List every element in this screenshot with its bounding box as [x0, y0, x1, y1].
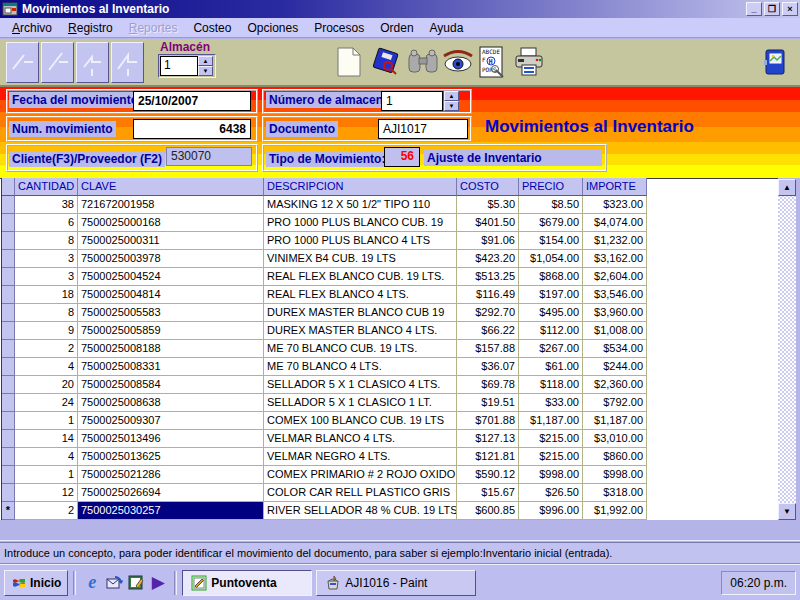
- cell-clave[interactable]: 7500025008584: [78, 376, 264, 394]
- exit-icon[interactable]: [762, 48, 792, 80]
- internet-explorer-icon[interactable]: e: [81, 572, 103, 594]
- start-button[interactable]: Inicio: [4, 570, 68, 596]
- nav-first-button[interactable]: [6, 42, 39, 83]
- row-selector[interactable]: [2, 322, 15, 340]
- cell-precio[interactable]: $215.00: [519, 430, 583, 448]
- cell-clave[interactable]: 7500025005583: [78, 304, 264, 322]
- row-selector[interactable]: [2, 448, 15, 466]
- cell-descripcion[interactable]: REAL FLEX BLANCO CUB. 19 LTS.: [264, 268, 457, 286]
- cell-costo[interactable]: $91.06: [457, 232, 519, 250]
- print-icon[interactable]: [512, 46, 542, 78]
- cell-importe[interactable]: $3,960.00: [583, 304, 647, 322]
- table-row[interactable]: 38721672001958MASKING 12 X 50 1/2" TIPO …: [2, 196, 648, 214]
- cell-costo[interactable]: $401.50: [457, 214, 519, 232]
- menu-item-orden[interactable]: Orden: [372, 19, 421, 37]
- cell-importe[interactable]: $792.00: [583, 394, 647, 412]
- cell-descripcion[interactable]: RIVER SELLADOR 48 % CUB. 19 LTS.: [264, 502, 457, 520]
- row-selector[interactable]: [2, 340, 15, 358]
- cell-costo[interactable]: $66.22: [457, 322, 519, 340]
- cell-clave[interactable]: 7500025000311: [78, 232, 264, 250]
- cell-clave[interactable]: 7500025005859: [78, 322, 264, 340]
- cell-descripcion[interactable]: COMEX 100 BLANCO CUB. 19 LTS: [264, 412, 457, 430]
- cell-cantidad[interactable]: 4: [15, 358, 78, 376]
- menu-item-registro[interactable]: Registro: [60, 19, 121, 37]
- row-selector[interactable]: [2, 358, 15, 376]
- cell-precio[interactable]: $679.00: [519, 214, 583, 232]
- cell-clave[interactable]: 7500025003978: [78, 250, 264, 268]
- cell-importe[interactable]: $1,187.00: [583, 412, 647, 430]
- nav-prev-button[interactable]: [41, 42, 74, 83]
- table-row[interactable]: 87500025000311PRO 1000 PLUS BLANCO 4 LTS…: [2, 232, 648, 250]
- table-row[interactable]: *27500025030257RIVER SELLADOR 48 % CUB. …: [2, 502, 648, 520]
- row-selector[interactable]: [2, 286, 15, 304]
- scroll-down-icon[interactable]: ▼: [778, 503, 796, 520]
- numero-almacen-input[interactable]: 1: [381, 91, 443, 111]
- cell-descripcion[interactable]: ME 70 BLANCO CUB. 19 LTS.: [264, 340, 457, 358]
- cell-clave[interactable]: 7500025013625: [78, 448, 264, 466]
- cell-precio[interactable]: $154.00: [519, 232, 583, 250]
- table-row[interactable]: 37500025004524REAL FLEX BLANCO CUB. 19 L…: [2, 268, 648, 286]
- cell-cantidad[interactable]: 12: [15, 484, 78, 502]
- table-row[interactable]: 97500025005859DUREX MASTER BLANCO 4 LTS.…: [2, 322, 648, 340]
- cell-descripcion[interactable]: VINIMEX B4 CUB. 19 LTS: [264, 250, 457, 268]
- cell-importe[interactable]: $1,008.00: [583, 322, 647, 340]
- cell-precio[interactable]: $61.00: [519, 358, 583, 376]
- cell-precio[interactable]: $1,054.00: [519, 250, 583, 268]
- header-clave[interactable]: CLAVE: [78, 178, 264, 196]
- cell-precio[interactable]: $118.00: [519, 376, 583, 394]
- cell-cantidad[interactable]: 2: [15, 502, 78, 520]
- fecha-input[interactable]: 25/10/2007: [133, 91, 251, 111]
- menu-item-opciones[interactable]: Opciones: [239, 19, 306, 37]
- cell-costo[interactable]: $19.51: [457, 394, 519, 412]
- cell-clave[interactable]: 7500025026694: [78, 484, 264, 502]
- cell-descripcion[interactable]: VELMAR BLANCO 4 LTS.: [264, 430, 457, 448]
- cell-cantidad[interactable]: 3: [15, 250, 78, 268]
- nav-last-button[interactable]: [111, 42, 144, 83]
- table-row[interactable]: 47500025013625VELMAR NEGRO 4 LTS.$121.81…: [2, 448, 648, 466]
- cell-cantidad[interactable]: 8: [15, 232, 78, 250]
- cell-precio[interactable]: $197.00: [519, 286, 583, 304]
- cell-precio[interactable]: $112.00: [519, 322, 583, 340]
- cell-precio[interactable]: $495.00: [519, 304, 583, 322]
- restore-button[interactable]: ❐: [764, 2, 780, 16]
- documento-input[interactable]: AJI1017: [378, 119, 468, 139]
- cell-importe[interactable]: $2,360.00: [583, 376, 647, 394]
- cell-clave[interactable]: 7500025030257: [78, 502, 264, 520]
- vertical-scrollbar[interactable]: ▲ ▼: [778, 179, 796, 520]
- cell-descripcion[interactable]: COLOR CAR RELL PLASTICO GRIS: [264, 484, 457, 502]
- cell-costo[interactable]: $513.25: [457, 268, 519, 286]
- cell-clave[interactable]: 7500025009307: [78, 412, 264, 430]
- cell-descripcion[interactable]: DUREX MASTER BLANCO CUB 19: [264, 304, 457, 322]
- cell-costo[interactable]: $292.70: [457, 304, 519, 322]
- row-selector[interactable]: *: [2, 502, 15, 520]
- desktop-edit-icon[interactable]: [125, 572, 147, 594]
- cell-cantidad[interactable]: 1: [15, 466, 78, 484]
- binoculars-icon[interactable]: [406, 46, 436, 78]
- menu-item-procesos[interactable]: Procesos: [306, 19, 372, 37]
- numero-almacen-spin-down-icon[interactable]: ▼: [444, 101, 459, 111]
- cell-cantidad[interactable]: 1: [15, 412, 78, 430]
- cell-precio[interactable]: $215.00: [519, 448, 583, 466]
- cell-clave[interactable]: 7500025008331: [78, 358, 264, 376]
- cell-descripcion[interactable]: REAL FLEX BLANCO 4 LTS.: [264, 286, 457, 304]
- cell-clave[interactable]: 7500025004814: [78, 286, 264, 304]
- table-row[interactable]: 17500025009307COMEX 100 BLANCO CUB. 19 L…: [2, 412, 648, 430]
- row-selector[interactable]: [2, 250, 15, 268]
- table-row[interactable]: 37500025003978VINIMEX B4 CUB. 19 LTS$423…: [2, 250, 648, 268]
- cell-costo[interactable]: $590.12: [457, 466, 519, 484]
- header-precio[interactable]: PRECIO: [519, 178, 583, 196]
- cell-cantidad[interactable]: 6: [15, 214, 78, 232]
- outlook-express-icon[interactable]: [103, 572, 125, 594]
- table-row[interactable]: 47500025008331ME 70 BLANCO 4 LTS.$36.07$…: [2, 358, 648, 376]
- cell-importe[interactable]: $3,162.00: [583, 250, 647, 268]
- cell-clave[interactable]: 7500025000168: [78, 214, 264, 232]
- cell-precio[interactable]: $267.00: [519, 340, 583, 358]
- save-disk-icon[interactable]: [368, 46, 398, 78]
- cell-clave[interactable]: 7500025013496: [78, 430, 264, 448]
- table-row[interactable]: 247500025008638SELLADOR 5 X 1 CLASICO 1 …: [2, 394, 648, 412]
- cliente-input[interactable]: 530070: [166, 147, 252, 166]
- cell-descripcion[interactable]: SELLADOR 5 X 1 CLASICO 4 LTS.: [264, 376, 457, 394]
- cell-descripcion[interactable]: MASKING 12 X 50 1/2" TIPO 110: [264, 196, 457, 214]
- scroll-up-icon[interactable]: ▲: [778, 179, 796, 196]
- cell-cantidad[interactable]: 9: [15, 322, 78, 340]
